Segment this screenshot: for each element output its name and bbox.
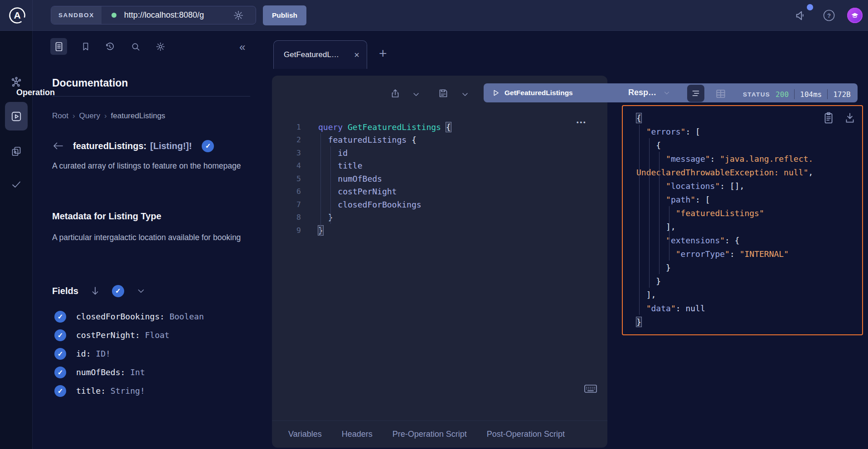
field-row[interactable]: ✓costPerNight: Float bbox=[54, 326, 254, 344]
code-line[interactable]: 2 featuredListings { bbox=[272, 134, 607, 147]
token-q: " bbox=[671, 304, 676, 313]
field-name: costPerNight: bbox=[76, 330, 145, 340]
response-format-list-button[interactable] bbox=[687, 85, 704, 102]
schema-graph-icon[interactable] bbox=[11, 77, 22, 87]
publish-button[interactable]: Publish bbox=[263, 5, 306, 25]
token-op: GetFeaturedListings bbox=[348, 122, 446, 132]
breadcrumb-item[interactable]: featuredListings bbox=[111, 111, 165, 121]
field-check-icon[interactable]: ✓ bbox=[54, 348, 66, 360]
fields-chevron-down-icon[interactable] bbox=[136, 286, 146, 296]
token-q: " bbox=[681, 127, 686, 136]
endpoint-settings-gear-icon[interactable] bbox=[233, 10, 244, 21]
collapse-doc-panel-icon[interactable]: « bbox=[239, 42, 245, 53]
json-line: } bbox=[636, 274, 862, 288]
field-heading-type[interactable]: [Listing!]! bbox=[150, 141, 192, 151]
token-q: " bbox=[666, 236, 671, 245]
field-check-icon[interactable]: ✓ bbox=[54, 311, 66, 323]
field-check-icon[interactable]: ✓ bbox=[54, 329, 66, 341]
breadcrumb-item[interactable]: Root bbox=[52, 111, 68, 121]
metadata-section-title: Metadata for Listing Type bbox=[52, 211, 161, 222]
footer-tab-headers[interactable]: Headers bbox=[342, 430, 373, 439]
code-line[interactable]: 7 closedForBookings bbox=[272, 198, 607, 211]
close-tab-icon[interactable]: × bbox=[354, 50, 359, 59]
settings-tool-button[interactable] bbox=[152, 38, 169, 55]
field-type[interactable]: Int bbox=[130, 367, 145, 377]
json-line: "errorType": "INTERNAL" bbox=[636, 247, 862, 261]
save-chevron-down-icon[interactable] bbox=[461, 90, 471, 101]
code-line[interactable]: 5 numOfBeds bbox=[272, 172, 607, 185]
token-pun: : bbox=[676, 304, 686, 313]
field-type[interactable]: Boolean bbox=[170, 312, 204, 321]
token-q: " bbox=[725, 249, 730, 259]
keyboard-shortcuts-icon[interactable] bbox=[584, 383, 597, 394]
field-type[interactable]: Float bbox=[145, 330, 170, 340]
select-all-fields-check-icon[interactable]: ✓ bbox=[112, 285, 124, 297]
response-panel-title-dropdown[interactable]: Resp… bbox=[628, 88, 671, 97]
code-line[interactable]: 4 title bbox=[272, 159, 607, 173]
history-tool-button[interactable] bbox=[101, 38, 118, 55]
add-tab-icon[interactable]: + bbox=[379, 47, 387, 60]
token-kw: query bbox=[318, 122, 348, 132]
apollo-logo-letter: A bbox=[8, 6, 26, 24]
field-row[interactable]: ✓closedForBookings: Boolean bbox=[54, 307, 254, 326]
bookmarks-tool-button[interactable] bbox=[77, 38, 94, 55]
footer-tab-pre-operation-script[interactable]: Pre-Operation Script bbox=[393, 430, 467, 439]
fields-list: ✓closedForBookings: Boolean✓costPerNight… bbox=[54, 307, 254, 400]
field-check-icon[interactable]: ✓ bbox=[54, 367, 66, 378]
field-name: numOfBeds: bbox=[76, 367, 130, 377]
endpoint-chip[interactable]: SANDBOX http://localhost:8080/g bbox=[51, 6, 256, 24]
token-q: " bbox=[676, 249, 681, 259]
user-avatar[interactable] bbox=[847, 8, 863, 23]
field-heading-row: featuredListings: [Listing!]! ✓ bbox=[52, 139, 214, 153]
indent-guide bbox=[649, 138, 650, 288]
token-fld: title bbox=[338, 161, 362, 170]
response-size: 172B bbox=[833, 90, 851, 99]
token-pun: ], bbox=[636, 222, 676, 232]
token-str: UndeclaredThrowableException: null" bbox=[636, 168, 808, 177]
explorer-nav-item[interactable] bbox=[5, 102, 28, 130]
copy-response-icon[interactable] bbox=[823, 111, 834, 124]
token-pun: : [], bbox=[720, 181, 744, 191]
footer-tab-post-operation-script[interactable]: Post-Operation Script bbox=[487, 430, 565, 439]
announcements-megaphone-icon[interactable] bbox=[794, 9, 808, 22]
footer-tab-variables[interactable]: Variables bbox=[288, 430, 322, 439]
operation-panel-title: Operation bbox=[16, 88, 55, 97]
field-row[interactable]: ✓id: ID! bbox=[54, 344, 254, 363]
field-row[interactable]: ✓numOfBeds: Int bbox=[54, 363, 254, 381]
token-str: "featuredListings" bbox=[676, 208, 764, 218]
token-fld: closedForBookings bbox=[338, 200, 421, 209]
json-line: UndeclaredThrowableException: null", bbox=[636, 165, 862, 179]
sort-descending-icon[interactable] bbox=[90, 285, 100, 296]
code-line[interactable]: 3 id bbox=[272, 146, 607, 159]
field-check-icon[interactable]: ✓ bbox=[54, 385, 66, 397]
share-chevron-down-icon[interactable] bbox=[412, 90, 422, 101]
endpoint-url-input[interactable]: http://localhost:8080/g bbox=[124, 10, 232, 20]
field-selected-check-icon[interactable]: ✓ bbox=[202, 140, 214, 152]
line-number: 6 bbox=[272, 187, 301, 196]
indent-guide bbox=[330, 146, 331, 224]
field-type[interactable]: String! bbox=[111, 386, 145, 396]
metadata-description: A particular intergalactic location avai… bbox=[52, 230, 253, 245]
code-line[interactable]: 6 costPerNight bbox=[272, 185, 607, 198]
checks-icon[interactable] bbox=[11, 179, 22, 190]
changesets-icon[interactable] bbox=[11, 146, 22, 157]
share-operation-icon[interactable] bbox=[390, 88, 401, 99]
operation-tab[interactable]: GetFeaturedL… × bbox=[273, 40, 367, 69]
download-response-icon[interactable] bbox=[844, 111, 856, 124]
back-arrow-icon[interactable] bbox=[52, 141, 64, 151]
field-type[interactable]: ID! bbox=[96, 349, 111, 358]
field-row[interactable]: ✓title: String! bbox=[54, 381, 254, 400]
help-icon[interactable]: ? bbox=[823, 9, 835, 22]
graphql-editor[interactable]: 1query GetFeaturedListings {2 featuredLi… bbox=[272, 121, 607, 237]
sandbox-badge: SANDBOX bbox=[51, 6, 102, 24]
token-q: " bbox=[666, 154, 671, 164]
response-format-table-button[interactable] bbox=[715, 88, 727, 100]
documentation-tool-button[interactable] bbox=[50, 38, 67, 55]
save-operation-icon[interactable] bbox=[438, 88, 449, 99]
fields-section-title: Fields bbox=[52, 286, 78, 296]
code-line[interactable]: 1query GetFeaturedListings { bbox=[272, 121, 607, 134]
code-line[interactable]: 9} bbox=[272, 224, 607, 237]
search-tool-button[interactable] bbox=[127, 38, 144, 55]
code-line[interactable]: 8 } bbox=[272, 211, 607, 224]
breadcrumb-item[interactable]: Query bbox=[79, 111, 100, 121]
